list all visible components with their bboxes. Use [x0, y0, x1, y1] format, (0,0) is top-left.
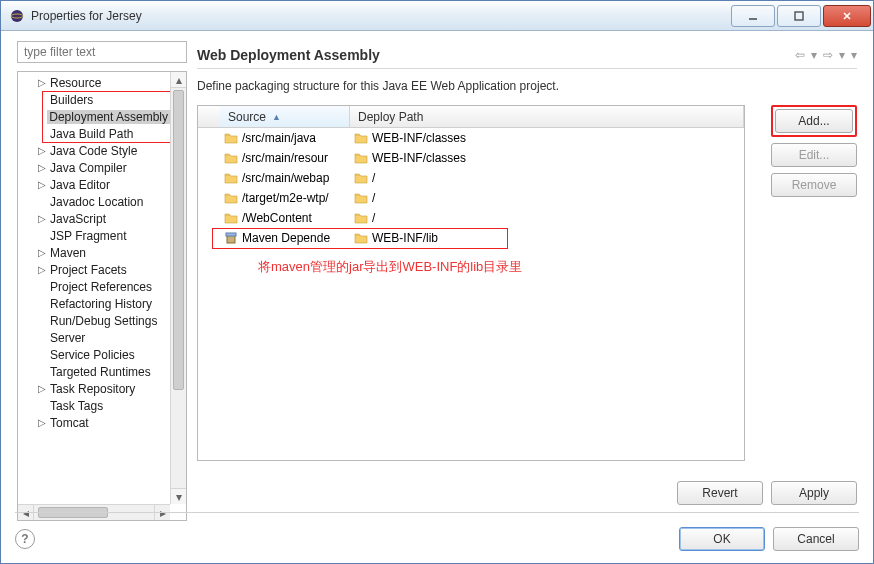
ok-button[interactable]: OK	[679, 527, 765, 551]
tree-item-label: Targeted Runtimes	[48, 365, 153, 379]
tree-item-label: Java Compiler	[48, 161, 129, 175]
deploy-path: WEB-INF/classes	[372, 151, 466, 165]
filter-input[interactable]	[17, 41, 187, 63]
tree-item[interactable]: Deployment Assembly	[18, 108, 170, 125]
dropdown-icon[interactable]: ▾	[839, 48, 845, 62]
table-row[interactable]: /WebContent/	[198, 208, 744, 228]
expand-icon[interactable]: ▷	[36, 213, 48, 224]
tree-item[interactable]: ▷Resource	[18, 74, 170, 91]
minimize-button[interactable]	[731, 5, 775, 27]
folder-icon	[224, 212, 238, 224]
tree-item[interactable]: ▷Java Code Style	[18, 142, 170, 159]
divider	[15, 512, 859, 513]
source-path: Maven Depende	[242, 231, 330, 245]
expand-icon[interactable]: ▷	[36, 162, 48, 173]
tree-item[interactable]: Service Policies	[18, 346, 170, 363]
column-header-blank[interactable]	[198, 106, 220, 127]
tree-item[interactable]: ▷Maven	[18, 244, 170, 261]
scroll-down-icon[interactable]: ▾	[171, 488, 186, 504]
tree-item[interactable]: ▷Java Editor	[18, 176, 170, 193]
tree-item[interactable]: ▷Tomcat	[18, 414, 170, 431]
tree-item[interactable]: Task Tags	[18, 397, 170, 414]
tree-item-label: Java Code Style	[48, 144, 139, 158]
svg-rect-4	[226, 233, 236, 236]
tree-item-label: Deployment Assembly	[47, 110, 170, 124]
add-button[interactable]: Add...	[775, 109, 853, 133]
tree-item[interactable]: ▷JavaScript	[18, 210, 170, 227]
tree-item-label: Project References	[48, 280, 154, 294]
tree-item-label: Resource	[48, 76, 103, 90]
source-path: /WebContent	[242, 211, 312, 225]
help-icon[interactable]: ?	[15, 529, 35, 549]
nav-forward-icon[interactable]: ⇨	[823, 48, 833, 62]
tree-item-label: Run/Debug Settings	[48, 314, 159, 328]
source-path: /target/m2e-wtp/	[242, 191, 329, 205]
tree-item[interactable]: Server	[18, 329, 170, 346]
tree-item-label: Tomcat	[48, 416, 91, 430]
tree-item-label: Maven	[48, 246, 88, 260]
tree-item-label: Server	[48, 331, 87, 345]
folder-icon	[354, 212, 368, 224]
tree-item[interactable]: ▷Project Facets	[18, 261, 170, 278]
apply-button[interactable]: Apply	[771, 481, 857, 505]
tree-item[interactable]: Builders	[18, 91, 170, 108]
tree-item[interactable]: Run/Debug Settings	[18, 312, 170, 329]
scroll-up-icon[interactable]: ▴	[171, 72, 186, 88]
column-header-deploy[interactable]: Deploy Path	[350, 106, 744, 127]
close-button[interactable]	[823, 5, 871, 27]
deploy-path: /	[372, 171, 375, 185]
tree-item-label: Service Policies	[48, 348, 137, 362]
folder-icon	[354, 172, 368, 184]
maximize-button[interactable]	[777, 5, 821, 27]
column-header-source[interactable]: Source ▲	[220, 106, 350, 127]
column-header-label: Source	[228, 110, 266, 124]
tree-item-label: Project Facets	[48, 263, 129, 277]
page-description: Define packaging structure for this Java…	[197, 79, 857, 93]
folder-icon	[354, 192, 368, 204]
table-row[interactable]: Maven DependeWEB-INF/lib	[198, 228, 744, 248]
tree-item[interactable]: ▷Java Compiler	[18, 159, 170, 176]
tree-item[interactable]: Javadoc Location	[18, 193, 170, 210]
table-row[interactable]: /src/main/resourWEB-INF/classes	[198, 148, 744, 168]
tree-item[interactable]: ▷Task Repository	[18, 380, 170, 397]
scroll-thumb[interactable]	[173, 90, 184, 390]
tree-item-label: JSP Fragment	[48, 229, 128, 243]
tree-item[interactable]: Project References	[18, 278, 170, 295]
folder-icon	[354, 232, 368, 244]
folder-icon	[224, 192, 238, 204]
tree-item-label: Java Build Path	[48, 127, 135, 141]
deploy-path: WEB-INF/classes	[372, 131, 466, 145]
expand-icon[interactable]: ▷	[36, 179, 48, 190]
tree-item-label: Builders	[48, 93, 95, 107]
tree-item[interactable]: Java Build Path	[18, 125, 170, 142]
expand-icon[interactable]: ▷	[36, 145, 48, 156]
table-row[interactable]: /target/m2e-wtp//	[198, 188, 744, 208]
tree-item[interactable]: Refactoring History	[18, 295, 170, 312]
sort-ascending-icon: ▲	[272, 112, 281, 122]
expand-icon[interactable]: ▷	[36, 417, 48, 428]
page-title: Web Deployment Assembly	[197, 47, 380, 63]
cancel-button[interactable]: Cancel	[773, 527, 859, 551]
column-header-label: Deploy Path	[358, 110, 423, 124]
dropdown-icon[interactable]: ▾	[811, 48, 817, 62]
tree-item[interactable]: Targeted Runtimes	[18, 363, 170, 380]
highlight-annotation: Add...	[771, 105, 857, 137]
tree-vertical-scrollbar[interactable]: ▴ ▾	[170, 72, 186, 504]
expand-icon[interactable]: ▷	[36, 247, 48, 258]
expand-icon[interactable]: ▷	[36, 264, 48, 275]
expand-icon[interactable]: ▷	[36, 77, 48, 88]
folder-icon	[224, 132, 238, 144]
remove-button[interactable]: Remove	[771, 173, 857, 197]
tree-item[interactable]: JSP Fragment	[18, 227, 170, 244]
table-row[interactable]: /src/main/webap/	[198, 168, 744, 188]
source-path: /src/main/java	[242, 131, 316, 145]
edit-button[interactable]: Edit...	[771, 143, 857, 167]
tree-item-label: Task Tags	[48, 399, 105, 413]
nav-back-icon[interactable]: ⇦	[795, 48, 805, 62]
expand-icon[interactable]: ▷	[36, 383, 48, 394]
revert-button[interactable]: Revert	[677, 481, 763, 505]
table-row[interactable]: /src/main/javaWEB-INF/classes	[198, 128, 744, 148]
menu-icon[interactable]: ▾	[851, 48, 857, 62]
tree-item-label: Task Repository	[48, 382, 137, 396]
category-tree: ▷ResourceBuildersDeployment AssemblyJava…	[17, 71, 187, 521]
